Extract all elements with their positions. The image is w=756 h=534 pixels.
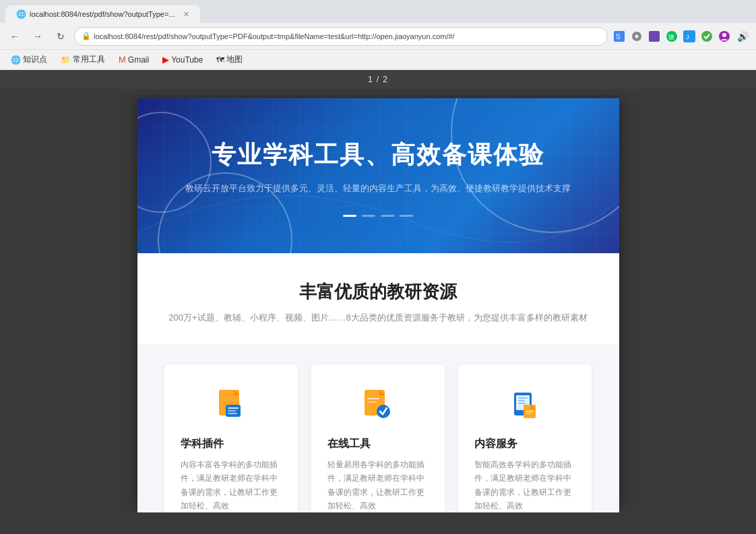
ext-icon-avatar[interactable] [717, 29, 732, 44]
svg-rect-16 [228, 410, 236, 411]
hero-dot-1[interactable] [343, 215, 356, 217]
pdf-page: 专业学科工具、高效备课体验 教研云开放平台致力于提供多元、灵活、轻量的内容生产工… [137, 98, 619, 503]
card-icon-content-service [505, 385, 545, 425]
svg-rect-19 [367, 398, 379, 399]
card-desc-online-tools: 轻量易用各学科的多功能插件，满足教研老师在学科中备课的需求，让教研工作更加轻松、… [327, 458, 429, 512]
svg-rect-26 [518, 403, 526, 404]
card-icon-online-tools [358, 385, 398, 425]
bookmark-icon-zhishidian: 🌐 [11, 55, 21, 65]
bookmark-label-zhishidian: 知识点 [23, 54, 47, 65]
card-desc-content-service: 智能高效各学科的多功能插件，满足教研老师在学科中备课的需求，让教研工作更加轻松、… [474, 458, 575, 512]
forward-button[interactable]: → [28, 27, 47, 46]
back-button[interactable]: ← [5, 27, 24, 46]
url-input[interactable]: 🔒 localhost:8084/rest/pdf/show?outputTyp… [74, 27, 608, 46]
bookmark-changyonggongju[interactable]: 📁 常用工具 [55, 52, 111, 67]
svg-point-8 [701, 31, 712, 42]
card-online-tools: 在线工具 轻量易用各学科的多功能插件，满足教研老师在学科中备课的需求，让教研工作… [311, 364, 445, 512]
svg-rect-29 [526, 413, 532, 414]
url-text: localhost:8084/rest/pdf/show?outputType=… [94, 32, 600, 40]
card-title-content-service: 内容服务 [474, 437, 575, 451]
svg-rect-3 [649, 31, 660, 42]
hero-bg-pattern [137, 98, 619, 253]
volume-button[interactable]: 🔊 [734, 28, 751, 44]
bookmark-label-changyong: 常用工具 [73, 54, 105, 65]
svg-rect-11 [137, 98, 619, 253]
ext-icon-wechat[interactable]: 微 [664, 29, 679, 44]
hero-dot-3[interactable] [381, 215, 394, 217]
svg-rect-28 [526, 411, 534, 412]
card-content-service: 内容服务 智能高效各学科的多功能插件，满足教研老师在学科中备课的需求，让教研工作… [458, 364, 592, 512]
bookmark-label-gmail: Gmail [128, 55, 149, 65]
svg-rect-20 [367, 401, 377, 403]
resources-subtitle: 200万+试题、教辅、小程序、视频、图片……8大品类的优质资源服务于教研，为您提… [164, 312, 592, 324]
hero-title: 专业学科工具、高效备课体验 [164, 139, 592, 172]
hero-dot-4[interactable] [400, 215, 413, 217]
svg-text:S: S [616, 33, 621, 40]
hero-carousel-dots [164, 215, 592, 217]
card-title-online-tools: 在线工具 [327, 437, 429, 451]
card-desc-plugin: 内容丰富各学科的多功能插件，满足教研老师在学科中备课的需求，让教研工作更加轻松、… [181, 458, 282, 512]
secure-icon: 🔒 [82, 32, 91, 40]
card-plugin: 学科插件 内容丰富各学科的多功能插件，满足教研老师在学科中备课的需求，让教研工作… [164, 364, 298, 512]
browser-chrome: 🌐 localhost:8084/rest/pdf/show?outputTyp… [0, 0, 756, 70]
bookmarks-bar: 🌐 知识点 📁 常用工具 M Gmail ▶ YouTube 🗺 地图 [0, 50, 756, 70]
svg-rect-25 [518, 400, 525, 401]
tab-bar: 🌐 localhost:8084/rest/pdf/show?outputTyp… [0, 0, 756, 23]
svg-point-10 [722, 33, 726, 37]
tab-close-button[interactable]: ✕ [183, 10, 189, 19]
reload-button[interactable]: ↻ [51, 27, 70, 46]
extension-icons: S 微 J 🔊 [612, 28, 751, 44]
bookmark-label-ditu: 地图 [226, 54, 243, 65]
svg-point-21 [377, 405, 390, 418]
page-indicator: 1 / 2 [368, 74, 388, 84]
bookmark-icon-ditu: 🗺 [216, 55, 224, 65]
tab-title: localhost:8084/rest/pdf/show?outputType=… [30, 10, 175, 18]
ext-icon-1[interactable]: S [612, 29, 627, 44]
bookmark-label-youtube: YouTube [171, 55, 203, 65]
resources-section: 丰富优质的教研资源 200万+试题、教辅、小程序、视频、图片……8大品类的优质资… [137, 253, 619, 344]
cards-section: 学科插件 内容丰富各学科的多功能插件，满足教研老师在学科中备课的需求，让教研工作… [137, 344, 619, 512]
bookmark-gmail[interactable]: M Gmail [113, 53, 154, 67]
ext-icon-4[interactable]: J [682, 29, 697, 44]
hero-section: 专业学科工具、高效备课体验 教研云开放平台致力于提供多元、灵活、轻量的内容生产工… [137, 98, 619, 253]
active-tab[interactable]: 🌐 localhost:8084/rest/pdf/show?outputTyp… [5, 5, 200, 23]
bookmark-icon-gmail: M [119, 55, 126, 65]
svg-rect-13 [219, 390, 234, 395]
svg-rect-24 [518, 397, 528, 399]
ext-icon-2[interactable] [629, 29, 644, 44]
hero-subtitle: 教研云开放平台致力于提供多元、灵活、轻量的内容生产工具，为高效、便捷教研教学提供… [164, 182, 592, 195]
svg-rect-17 [228, 413, 237, 414]
ext-icon-3[interactable] [647, 29, 662, 44]
hero-dot-2[interactable] [362, 215, 375, 217]
bookmark-ditu[interactable]: 🗺 地图 [211, 52, 248, 67]
card-icon-plugin [211, 385, 251, 425]
pdf-viewer: 1 / 2 专业学科工具、高效备课体验 [0, 70, 756, 512]
svg-rect-15 [228, 407, 239, 409]
address-bar: ← → ↻ 🔒 localhost:8084/rest/pdf/show?out… [0, 23, 756, 50]
ext-icon-check[interactable] [699, 29, 714, 44]
svg-text:微: 微 [668, 34, 674, 40]
tab-favicon: 🌐 [16, 9, 26, 19]
svg-text:J: J [686, 34, 689, 40]
pdf-toolbar: 1 / 2 [0, 70, 756, 89]
bookmark-icon-changyong: 📁 [61, 55, 71, 65]
svg-rect-6 [683, 30, 695, 42]
bookmark-youtube[interactable]: ▶ YouTube [157, 53, 208, 67]
bookmark-zhishidian[interactable]: 🌐 知识点 [5, 52, 53, 67]
cards-grid: 学科插件 内容丰富各学科的多功能插件，满足教研老师在学科中备课的需求，让教研工作… [164, 364, 592, 512]
card-title-plugin: 学科插件 [181, 437, 282, 451]
resources-title: 丰富优质的教研资源 [164, 280, 592, 304]
bookmark-icon-youtube: ▶ [162, 55, 169, 65]
